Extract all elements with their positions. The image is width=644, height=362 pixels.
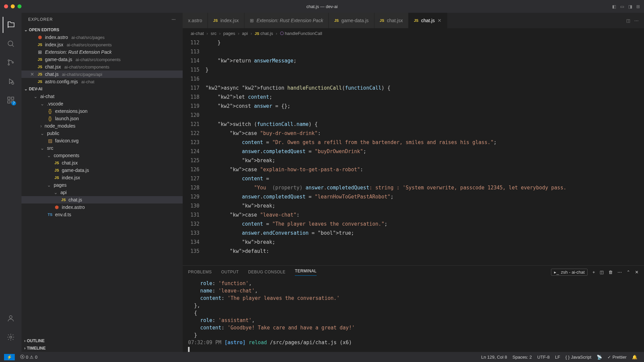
file-item[interactable]: ▨favicon.svg [21,137,183,144]
terminal-shell-selector[interactable]: ▸_ zsh - ai-chat [551,269,588,276]
tree-item-label: favicon.svg [55,138,79,143]
debug-console-tab[interactable]: DEBUG CONSOLE [248,270,285,274]
file-item[interactable]: ⬢index.astro [21,203,183,211]
notifications-icon[interactable]: 🔔 [629,355,640,360]
close-panel-icon[interactable]: ✕ [635,270,639,275]
tab-label: Extension: Rust Extension Pack [257,18,323,23]
feedback-icon[interactable]: 📡 [594,355,605,360]
breadcrumb-item[interactable]: pages [223,31,235,36]
problems-tab[interactable]: PROBLEMS [188,270,212,274]
more-terminal-icon[interactable]: ⋯ [617,270,622,275]
source-control-activity[interactable] [3,54,19,71]
run-debug-activity[interactable] [3,73,19,89]
tree-item-label: chat.js [68,197,82,202]
tree-item-label: public [47,131,59,136]
file-item[interactable]: {}launch.json [21,115,183,122]
project-section[interactable]: ⌄ DEV-AI [21,85,183,93]
account-activity[interactable] [3,310,19,326]
panel-right-icon[interactable]: ◨ [628,4,632,9]
editor-tab[interactable]: x.astro [183,13,208,28]
tree-item-label: index.jsx [62,175,80,180]
indentation[interactable]: Spaces: 2 [510,355,535,360]
close-editor-icon[interactable]: ✕ [30,72,35,77]
errors-status[interactable]: ⓧ 0 ⚠ 0 [17,354,40,360]
split-editor-icon[interactable]: ◫ [626,18,630,23]
prettier-status[interactable]: ✓ Prettier [605,355,629,360]
encoding[interactable]: UTF-8 [535,355,552,360]
folder-item[interactable]: ⌄components [21,152,183,159]
file-item[interactable]: JSchat.jsx [21,159,183,167]
chevron-down-icon: ⌄ [24,87,28,91]
check-icon: ✓ [607,355,611,360]
editor-tab[interactable]: JSchat.jsx [374,13,409,28]
folder-item[interactable]: ⌄pages [21,181,183,189]
open-editor-item[interactable]: JSastro.config.mjsai-chat [21,78,183,85]
editor-tab[interactable]: ⊞Extension: Rust Extension Pack [244,13,329,28]
terminal-output[interactable]: role: 'function', name: 'leave-chat', co… [183,278,644,352]
svg-rect-7 [8,101,10,103]
layout-icon[interactable]: ⊞ [636,4,640,9]
extensions-activity[interactable]: 7 [3,92,19,108]
editor-tabs: x.astroJSindex.jsx⊞Extension: Rust Exten… [183,13,644,28]
open-editors-section[interactable]: ⌄ OPEN EDITORS [21,26,183,34]
code-editor[interactable]: 1121131141151161171181191201211221231241… [183,38,644,265]
folder-item[interactable]: ⌄public [21,130,183,137]
folder-item[interactable]: ⌄api [21,189,183,196]
tab-label: game-data.js [341,18,369,23]
editor-filename: astro.config.mjs [45,79,78,84]
cursor-position[interactable]: Ln 129, Col 8 [478,355,510,360]
output-tab[interactable]: OUTPUT [221,270,239,274]
tree-item-label: components [54,153,79,158]
file-item[interactable]: TSenv.d.ts [21,211,183,218]
editor-tab[interactable]: JSgame-data.js [329,13,374,28]
folder-item[interactable]: ⌄src [21,144,183,152]
maximize-panel-icon[interactable]: ⌃ [627,270,630,275]
explorer-more-icon[interactable]: ⋯ [172,17,176,22]
file-item[interactable]: JSindex.jsx [21,174,183,181]
search-activity[interactable] [3,36,19,52]
remote-button[interactable]: ⚡ [4,354,15,360]
settings-activity[interactable] [3,329,19,345]
file-item[interactable]: JSgame-data.js [21,167,183,174]
folder-item[interactable]: ⌄ai-chat [21,93,183,100]
chevron-right-icon: › [24,338,26,343]
editor-tab[interactable]: JSchat.js✕ [409,13,447,28]
explorer-activity[interactable] [3,17,19,33]
open-editor-item[interactable]: JSchat.jsxai-chat/src/components [21,63,183,71]
kill-terminal-icon[interactable]: 🗑 [608,270,613,275]
more-actions-icon[interactable]: ⋯ [634,18,639,23]
editor-path: ai-chat/src/pages [71,35,104,40]
breadcrumb-item[interactable]: JS chat.js [255,31,273,36]
close-tab-icon[interactable]: ✕ [438,18,442,23]
split-terminal-icon[interactable]: ◫ [600,270,604,275]
error-icon: ⓧ [20,354,25,360]
outline-section[interactable]: › OUTLINE [21,337,183,345]
maximize-window-button[interactable] [17,4,21,8]
breadcrumb-item[interactable]: ai-chat [191,31,204,36]
eol[interactable]: LF [552,355,563,360]
breadcrumb-item[interactable]: ⎔ handleFunctionCall [280,31,322,36]
breadcrumb-item[interactable]: api [242,31,248,36]
tree-item-label: api [60,190,67,195]
open-editor-item[interactable]: JSgame-data.jsai-chat/src/components [21,56,183,63]
breadcrumb-item[interactable]: src [211,31,216,36]
timeline-section[interactable]: › TIMELINE [21,345,183,352]
open-editor-item[interactable]: ✕JSchat.jsai-chat/src/pages/api [21,71,183,78]
folder-item[interactable]: ⌄.vscode [21,100,183,107]
breadcrumb[interactable]: ai-chat›src›pages›api›JS chat.js›⎔ handl… [183,28,644,38]
file-item[interactable]: {}extensions.json [21,107,183,115]
file-item[interactable]: JSchat.js [21,196,183,203]
panel-left-icon[interactable]: ◧ [612,4,616,9]
tree-item-label: node_modules [45,123,76,129]
panel-bottom-icon[interactable]: ▭ [620,4,624,9]
open-editor-item[interactable]: ⊞Extension: Rust Extension Pack [21,48,183,56]
open-editor-item[interactable]: JSindex.jsxai-chat/src/components [21,41,183,48]
minimize-window-button[interactable] [11,4,15,8]
folder-item[interactable]: ›node_modules [21,122,183,130]
language-mode[interactable]: { } JavaScript [563,355,594,360]
open-editor-item[interactable]: ⬢index.astroai-chat/src/pages [21,34,183,41]
close-window-button[interactable] [4,4,8,8]
new-terminal-icon[interactable]: + [592,270,595,275]
terminal-tab[interactable]: TERMINAL [295,269,317,276]
editor-tab[interactable]: JSindex.jsx [208,13,244,28]
